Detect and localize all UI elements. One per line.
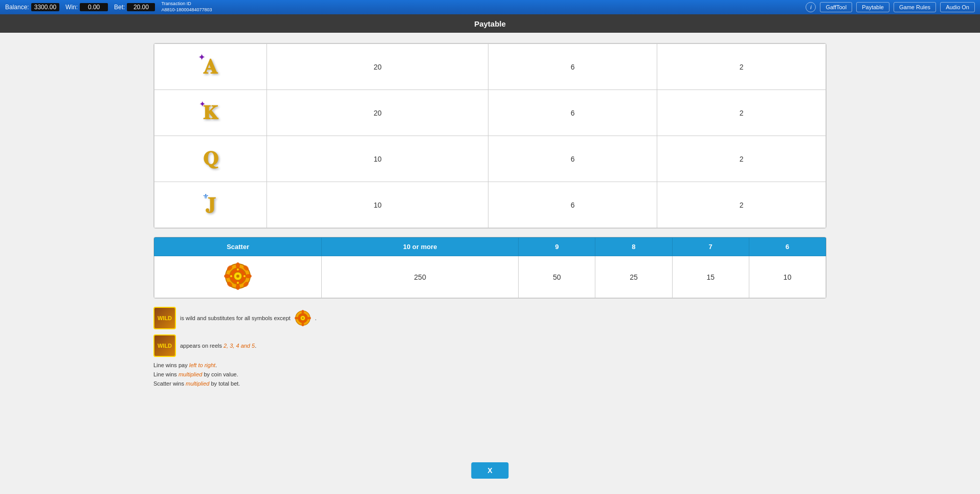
symbol-q-wrapper: 𝐐	[203, 147, 218, 170]
paytable-button[interactable]: Paytable	[856, 2, 889, 12]
scatter-col-header: Scatter	[154, 238, 322, 256]
wild-note-1-text: is wild and substitutes for all symbols …	[180, 315, 291, 321]
scatter-wheel-icon	[224, 262, 252, 290]
scatter-6-header: 6	[749, 238, 826, 256]
symbol-j-cell: ⚜ 𝐉	[154, 182, 267, 228]
wild-note-1-period: .	[315, 315, 317, 321]
table-row: ✦ 𝐊 20 6 2	[154, 90, 826, 136]
svg-point-13	[237, 282, 239, 284]
symbol-table: ✦ 𝐀 20 6 2 ✦ 𝐊	[154, 43, 826, 228]
svg-point-20	[301, 310, 304, 313]
a-4col-value: 6	[488, 44, 657, 90]
a-3col-value: 2	[657, 44, 826, 90]
transaction-section: Transaction ID A8810-18000484077803	[161, 1, 212, 13]
bet-label: Bet:	[114, 4, 125, 11]
symbol-k-wrapper: ✦ 𝐊	[203, 101, 218, 124]
svg-point-7	[246, 274, 252, 278]
balance-value: 3300.00	[31, 3, 59, 11]
win-section: Win: 0.00	[65, 3, 108, 11]
wild-note-1: WILD is wild and substitutes for all sym…	[153, 307, 827, 329]
win-label: Win:	[65, 4, 78, 11]
k-3col-value: 2	[657, 90, 826, 136]
scatter-data-row: 250 50 25 15 10	[154, 256, 826, 298]
svg-point-23	[307, 317, 311, 320]
scatter-8-header: 8	[595, 238, 672, 256]
k-4col-value: 6	[488, 90, 657, 136]
wild-badge-label: WILD	[158, 315, 172, 321]
scatter-250-value: 250	[322, 256, 519, 298]
close-button[interactable]: X	[471, 462, 508, 479]
symbol-q-cell: 𝐐	[154, 136, 267, 182]
svg-point-3	[236, 275, 239, 278]
table-row: ⚜ 𝐉 10 6 2	[154, 182, 826, 228]
scatter-wins-note: Scatter wins multiplied by total bet.	[153, 380, 827, 387]
scatter-header-row: Scatter 10 or more 9 8 7 6	[154, 238, 826, 256]
wild-note-2-text: appears on reels 2, 3, 4 and 5.	[180, 343, 256, 349]
svg-point-6	[224, 274, 230, 278]
scatter-15-value: 15	[672, 256, 749, 298]
symbol-a: 𝐀	[203, 55, 218, 79]
svg-point-14	[230, 275, 232, 277]
j-4col-value: 6	[488, 182, 657, 228]
scatter-7-header: 7	[672, 238, 749, 256]
symbol-paytable: ✦ 𝐀 20 6 2 ✦ 𝐊	[153, 43, 827, 229]
game-rules-button[interactable]: Game Rules	[894, 2, 936, 12]
scatter-table: Scatter 10 or more 9 8 7 6	[154, 237, 826, 298]
table-row: ✦ 𝐀 20 6 2	[154, 44, 826, 90]
top-bar-right: i GaffTool Paytable Game Rules Audio On	[806, 2, 975, 12]
svg-point-12	[237, 268, 239, 271]
symbol-q: 𝐐	[203, 147, 218, 170]
svg-point-5	[236, 284, 240, 290]
scatter-10plus-header: 10 or more	[322, 238, 519, 256]
info-button[interactable]: i	[806, 2, 816, 12]
scatter-paytable: Scatter 10 or more 9 8 7 6	[153, 237, 827, 299]
q-4col-value: 6	[488, 136, 657, 182]
transaction-id: A8810-18000484077803	[161, 7, 212, 13]
scatter-50-value: 50	[519, 256, 595, 298]
a-5col-value: 20	[267, 44, 488, 90]
wild-note-2: WILD appears on reels 2, 3, 4 and 5.	[153, 334, 827, 357]
title-bar: Paytable	[0, 14, 980, 33]
scatter-symbol-cell	[154, 256, 322, 298]
scatter-25-value: 25	[595, 256, 672, 298]
table-row: 𝐐 10 6 2	[154, 136, 826, 182]
symbol-k-cell: ✦ 𝐊	[154, 90, 267, 136]
top-bar: Balance: 3300.00 Win: 0.00 Bet: 20.00 Tr…	[0, 0, 980, 14]
k-5col-value: 20	[267, 90, 488, 136]
wild-badge-1: WILD	[153, 307, 176, 329]
notes-section: WILD is wild and substitutes for all sym…	[153, 307, 827, 387]
symbol-a-cell: ✦ 𝐀	[154, 44, 267, 90]
svg-point-15	[243, 275, 246, 277]
main-content[interactable]: ✦ 𝐀 20 6 2 ✦ 𝐊	[0, 33, 980, 494]
q-5col-value: 10	[267, 136, 488, 182]
transaction-label: Transaction ID	[161, 1, 212, 7]
line-wins-multiplied-note: Line wins multiplied by coin value.	[153, 371, 827, 377]
win-value: 0.00	[80, 3, 108, 11]
wild-badge-2: WILD	[153, 334, 176, 357]
reels-highlight: 2, 3, 4 and 5	[224, 343, 255, 349]
gafftool-button[interactable]: GaffTool	[820, 2, 852, 12]
svg-point-21	[301, 323, 304, 326]
j-5col-value: 10	[267, 182, 488, 228]
q-3col-value: 2	[657, 136, 826, 182]
symbol-j-wrapper: ⚜ 𝐉	[206, 193, 215, 216]
j-3col-value: 2	[657, 182, 826, 228]
balance-label: Balance:	[5, 4, 29, 11]
page-title: Paytable	[474, 19, 506, 28]
svg-point-4	[236, 262, 240, 268]
svg-point-22	[295, 317, 298, 320]
bet-section: Bet: 20.00	[114, 3, 155, 11]
svg-point-19	[302, 317, 304, 319]
wild-badge-2-label: WILD	[158, 343, 172, 349]
audio-button[interactable]: Audio On	[940, 2, 975, 12]
scatter-small-icon	[295, 310, 311, 326]
balance-section: Balance: 3300.00	[5, 3, 59, 11]
symbol-a-wrapper: ✦ 𝐀	[203, 55, 218, 79]
scatter-9-header: 9	[519, 238, 595, 256]
line-wins-lr-note: Line wins pay left to right.	[153, 362, 827, 368]
bet-value: 20.00	[127, 3, 155, 11]
scatter-10-value: 10	[749, 256, 826, 298]
